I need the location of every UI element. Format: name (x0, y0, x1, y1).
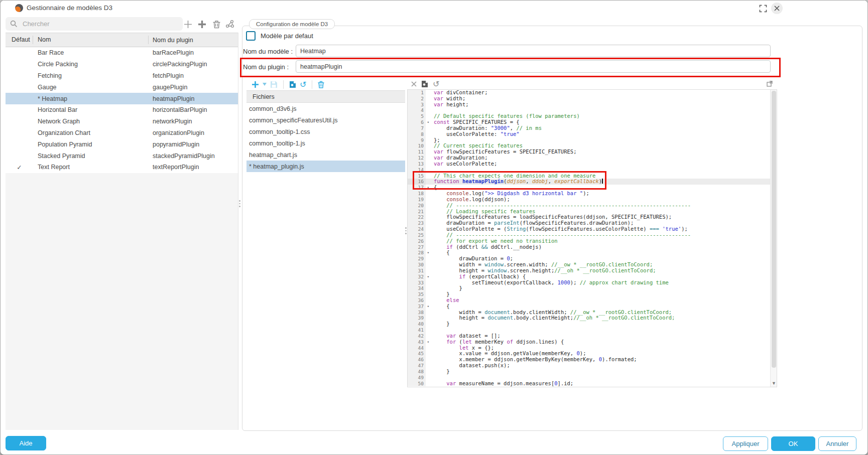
line-number[interactable]: 47 (408, 363, 426, 369)
add-file-icon[interactable] (252, 81, 259, 88)
line-number[interactable]: 20 (408, 203, 426, 209)
line-number[interactable]: 3 (408, 102, 426, 108)
line-number[interactable]: 41 (408, 327, 426, 333)
line-number[interactable]: 40 (408, 321, 426, 327)
apply-button[interactable]: Appliquer (723, 436, 768, 451)
line-number[interactable]: 27 (408, 244, 426, 250)
table-row[interactable]: ✓Text ReporttextReportPlugin (6, 162, 238, 173)
line-number[interactable]: 38 (408, 310, 426, 316)
line-number[interactable]: 30 (408, 262, 426, 268)
table-row[interactable]: Network GraphnetworkPlugin (6, 116, 238, 127)
line-number[interactable]: 31 (408, 268, 426, 274)
line-number[interactable]: 32▾ (408, 274, 426, 280)
table-row[interactable]: Stacked PyramidstackedPyramidPlugin (6, 150, 238, 162)
line-number[interactable]: 34 (408, 285, 426, 291)
line-number[interactable]: 50 (408, 381, 426, 387)
line-number[interactable]: 37▾ (408, 304, 426, 310)
add-file-dropdown-icon[interactable] (263, 83, 267, 86)
line-number[interactable]: 21 (408, 209, 426, 215)
line-number[interactable]: 12 (408, 155, 426, 161)
line-number[interactable]: 23 (408, 220, 426, 226)
table-row[interactable]: Bar RacebarRacePlugin (6, 47, 238, 59)
table-row[interactable]: Organization ChartorganizationPlugin (6, 127, 238, 139)
line-number[interactable]: 49 (408, 375, 426, 381)
line-number[interactable]: 17▾ (408, 185, 426, 191)
line-number[interactable]: 29 (408, 256, 426, 262)
delete-file-icon[interactable] (318, 81, 324, 88)
editor-document-icon[interactable] (421, 80, 428, 88)
cancel-button[interactable]: Annuler (818, 436, 856, 451)
editor-reload-icon[interactable]: ↺ (433, 80, 439, 88)
file-list-item[interactable]: * heatmap_plugin.js (246, 161, 405, 172)
line-number[interactable]: 19 (408, 197, 426, 203)
line-number[interactable]: 7 (408, 125, 426, 131)
line-number[interactable]: 18 (408, 191, 426, 197)
line-number[interactable]: 48 (408, 369, 426, 375)
fold-arrow-icon[interactable]: ▾ (427, 274, 429, 280)
scrollbar-down-arrow[interactable]: ▼ (771, 381, 777, 386)
line-number[interactable]: 28▾ (408, 250, 426, 256)
line-number[interactable]: 44 (408, 345, 426, 351)
line-number[interactable]: 46 (408, 357, 426, 363)
line-number[interactable]: 16 (408, 179, 426, 185)
line-number[interactable]: 24 (408, 226, 426, 232)
editor-scrollbar[interactable]: ▼ (770, 90, 777, 387)
fold-arrow-icon[interactable]: ▾ (427, 250, 429, 256)
default-model-checkbox[interactable] (246, 31, 256, 41)
table-row[interactable]: Population PyramidpopyramidPlugin (6, 138, 238, 150)
panel-splitter-handle[interactable] (238, 200, 241, 207)
search-input[interactable] (22, 20, 169, 28)
duplicate-model-icon[interactable] (197, 19, 207, 29)
line-number[interactable]: 14 (408, 167, 426, 173)
line-number[interactable]: 26 (408, 238, 426, 244)
add-model-icon[interactable] (183, 19, 193, 29)
ok-button[interactable]: OK (771, 436, 815, 451)
fold-arrow-icon[interactable]: ▾ (427, 120, 429, 126)
line-number[interactable]: 6▾ (408, 119, 426, 125)
file-list-item[interactable]: common_tooltip-1.css (246, 126, 405, 137)
line-number[interactable]: 5 (408, 113, 426, 119)
fold-arrow-icon[interactable]: ▾ (427, 185, 429, 191)
table-row[interactable]: Circle PackingcirclePackingPlugin (6, 59, 238, 70)
file-list-item[interactable]: heatmap_chart.js (246, 149, 405, 161)
maximize-icon[interactable] (759, 5, 767, 13)
line-number[interactable]: 2 (408, 96, 426, 102)
close-icon[interactable] (771, 3, 783, 14)
fold-arrow-icon[interactable]: ▾ (427, 340, 429, 346)
line-number[interactable]: 35 (408, 291, 426, 297)
line-number[interactable]: 13 (408, 161, 426, 167)
line-number[interactable]: 42 (408, 333, 426, 339)
fold-arrow-icon[interactable]: ▾ (427, 304, 429, 310)
line-number[interactable]: 1 (408, 90, 426, 96)
table-row[interactable]: Horizontal BarhorizontalBarPlugin (6, 104, 238, 116)
table-row[interactable]: GaugegaugePlugin (6, 81, 238, 93)
help-button[interactable]: Aide (6, 436, 46, 450)
editor-expand-icon[interactable] (767, 80, 773, 89)
file-list-item[interactable]: common_specificFeaturesUtil.js (246, 114, 405, 126)
table-row[interactable]: * HeatmapheatmapPlugin (6, 93, 238, 104)
table-row[interactable]: FetchingfetchPlugin (6, 70, 238, 82)
advanced-settings-icon[interactable] (225, 19, 235, 29)
line-number[interactable]: 10 (408, 143, 426, 149)
line-number[interactable]: 15 (408, 173, 426, 179)
save-file-icon[interactable] (270, 81, 278, 88)
line-number[interactable]: 39 (408, 315, 426, 321)
line-number[interactable]: 45 (408, 351, 426, 357)
line-number[interactable]: 8 (408, 131, 426, 137)
delete-model-icon[interactable] (211, 19, 221, 29)
code-editor[interactable]: 1var divContainer;2var width;3var height… (407, 89, 777, 387)
reload-file-icon[interactable]: ↺ (300, 81, 306, 88)
line-number[interactable]: 11 (408, 149, 426, 155)
plugin-name-input[interactable] (296, 60, 771, 73)
line-number[interactable]: 43▾ (408, 339, 426, 345)
line-number[interactable]: 4 (408, 107, 426, 113)
line-number[interactable]: 36 (408, 297, 426, 304)
editor-close-icon[interactable] (411, 81, 417, 87)
line-number[interactable]: 22 (408, 214, 426, 220)
file-list-item[interactable]: common_d3v6.js (246, 103, 405, 114)
new-document-icon[interactable] (289, 81, 296, 88)
scrollbar-thumb[interactable] (772, 91, 776, 368)
line-number[interactable]: 25 (408, 232, 426, 238)
model-name-input[interactable] (296, 45, 771, 57)
line-number[interactable]: 9 (408, 137, 426, 143)
